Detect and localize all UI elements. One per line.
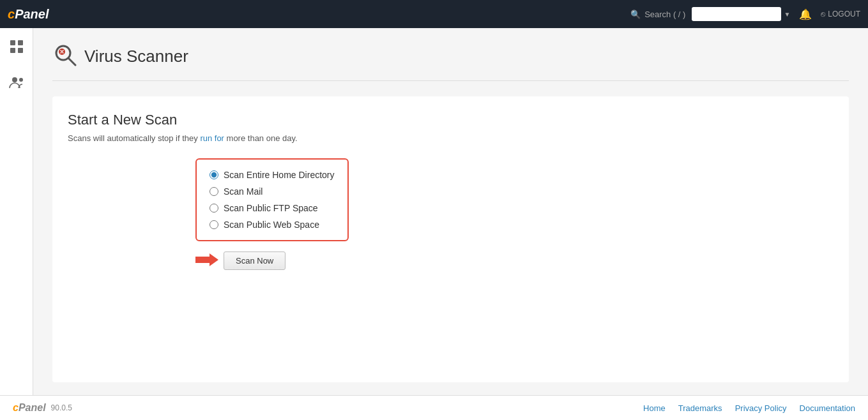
virus-scanner-icon [52, 41, 78, 71]
scan-option-web-label: Scan Public Web Space [224, 220, 319, 230]
scan-option-home-radio[interactable] [209, 170, 218, 179]
scan-subtext-before: Scans will automatically stop if they [68, 133, 200, 143]
scan-option-mail[interactable]: Scan Mail [209, 186, 335, 197]
scan-option-home[interactable]: Scan Entire Home Directory [209, 170, 335, 180]
notification-bell-icon[interactable]: 🔔 [799, 8, 812, 20]
page-title: Virus Scanner [84, 47, 188, 66]
footer-link-documentation[interactable]: Documentation [800, 403, 855, 413]
svg-rect-3 [18, 48, 23, 53]
footer-link-trademarks[interactable]: Trademarks [678, 403, 722, 413]
scan-option-web-radio[interactable] [209, 220, 218, 229]
footer-link-home[interactable]: Home [643, 403, 666, 413]
svg-marker-9 [195, 253, 218, 266]
logout-label: LOGOUT [828, 10, 860, 19]
topbar-text-input[interactable] [692, 7, 781, 21]
scan-option-ftp[interactable]: Scan Public FTP Space [209, 203, 335, 213]
scan-subtext: Scans will automatically stop if they ru… [68, 133, 834, 143]
topbar-input-wrapper: ▼ [692, 7, 790, 21]
svg-point-4 [12, 77, 17, 82]
sidebar-item-grid[interactable] [6, 36, 27, 61]
svg-line-7 [68, 58, 75, 65]
scan-subtext-after: more than one day. [224, 133, 298, 143]
arrow-right-icon [195, 253, 218, 269]
scan-options-box: Scan Entire Home Directory Scan Mail Sca… [195, 158, 349, 241]
logout-icon: ⎋ [821, 10, 825, 19]
content-area: Virus Scanner Start a New Scan Scans wil… [33, 28, 868, 395]
scan-option-mail-radio[interactable] [209, 187, 218, 196]
scan-heading: Start a New Scan [68, 112, 834, 128]
scan-option-ftp-radio[interactable] [209, 204, 218, 213]
footer: cPanel 90.0.5 Home Trademarks Privacy Po… [0, 395, 868, 420]
scan-button-row: Scan Now [195, 251, 834, 270]
svg-rect-0 [10, 40, 15, 45]
search-icon: 🔍 [630, 10, 641, 19]
scan-option-web[interactable]: Scan Public Web Space [209, 220, 335, 230]
topbar-logo: cPanel [8, 7, 49, 22]
main-layout: Virus Scanner Start a New Scan Scans wil… [0, 28, 868, 395]
scan-option-mail-label: Scan Mail [224, 186, 263, 197]
page-header: Virus Scanner [52, 41, 849, 81]
dropdown-arrow-icon[interactable]: ▼ [784, 11, 790, 18]
sidebar-item-users[interactable] [5, 71, 28, 97]
svg-point-5 [19, 78, 23, 82]
svg-rect-2 [10, 48, 15, 53]
topbar: cPanel 🔍 Search ( / ) ▼ 🔔 ⎋ LOGOUT [0, 0, 868, 28]
footer-version: 90.0.5 [51, 403, 72, 412]
footer-logo: cPanel [13, 402, 46, 414]
svg-rect-1 [18, 40, 23, 45]
topbar-search-area: 🔍 Search ( / ) [630, 10, 685, 19]
footer-links: Home Trademarks Privacy Policy Documenta… [643, 403, 855, 413]
scan-option-home-label: Scan Entire Home Directory [224, 170, 335, 180]
sidebar [0, 28, 33, 395]
scan-now-button[interactable]: Scan Now [224, 251, 286, 270]
scan-section: Start a New Scan Scans will automaticall… [52, 96, 849, 382]
search-label: Search ( / ) [644, 10, 685, 19]
footer-link-privacy[interactable]: Privacy Policy [735, 403, 787, 413]
scan-option-ftp-label: Scan Public FTP Space [224, 203, 318, 213]
run-for-link[interactable]: run for [200, 133, 224, 143]
logout-button[interactable]: ⎋ LOGOUT [821, 10, 860, 19]
